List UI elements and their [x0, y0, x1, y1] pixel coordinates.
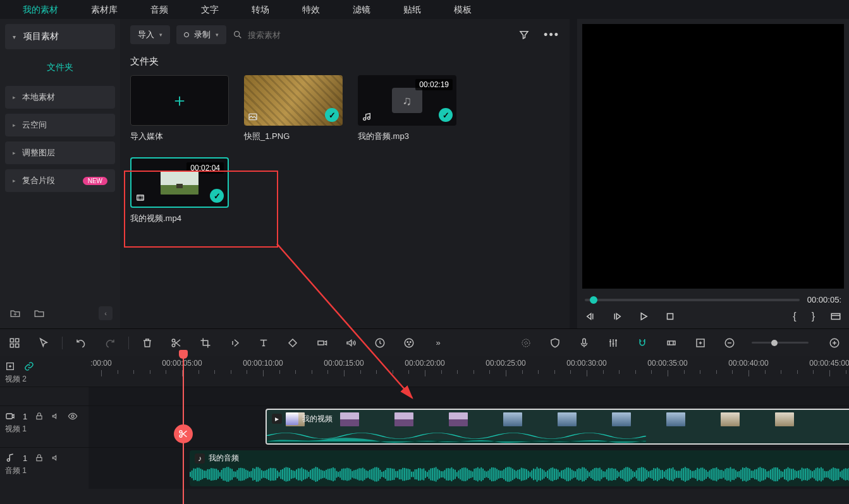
svg-rect-182 — [449, 469, 451, 481]
svg-rect-196 — [473, 469, 475, 480]
svg-rect-141 — [378, 468, 379, 481]
mark-in-icon[interactable]: { — [793, 311, 796, 322]
svg-rect-329 — [705, 470, 707, 479]
svg-rect-342 — [728, 468, 730, 480]
lock-icon[interactable] — [35, 453, 44, 462]
split-icon[interactable] — [174, 424, 193, 443]
svg-rect-388 — [809, 469, 810, 479]
speed-icon[interactable] — [228, 336, 241, 350]
undo-icon[interactable] — [74, 336, 88, 350]
zoom-out-icon[interactable] — [723, 336, 736, 350]
eye-icon[interactable] — [68, 411, 78, 421]
scissors-icon[interactable] — [169, 336, 183, 350]
tab-my-media[interactable]: 我的素材 — [6, 0, 75, 19]
mark-out-icon[interactable]: } — [812, 311, 815, 322]
svg-rect-252 — [571, 470, 573, 479]
check-icon: ✓ — [325, 108, 339, 122]
audio-icon[interactable] — [344, 336, 358, 350]
keyframe-icon[interactable] — [286, 336, 300, 350]
svg-rect-187 — [458, 471, 460, 479]
zoom-slider[interactable] — [752, 342, 809, 344]
sidebar-item-local[interactable]: ▸本地素材 — [5, 86, 115, 109]
text-icon[interactable] — [257, 336, 271, 350]
card-import[interactable]: ＋ 导入媒体 — [130, 75, 229, 142]
svg-rect-340 — [724, 469, 726, 480]
magnet-icon[interactable] — [635, 336, 649, 350]
tab-sticker[interactable]: 贴纸 — [387, 0, 437, 19]
svg-rect-47 — [214, 469, 216, 480]
card-audio[interactable]: 00:02:19 ♫ ✓ 我的音频.mp3 — [358, 75, 456, 142]
preview-viewport[interactable] — [582, 24, 844, 289]
mixer-icon[interactable] — [606, 336, 620, 350]
video-track-icon — [5, 411, 15, 421]
svg-rect-214 — [505, 468, 506, 481]
sidebar-folder[interactable]: 文件夹 — [5, 54, 115, 81]
audio-clip[interactable]: ♪我的音频 — [190, 450, 849, 486]
prev-frame-button[interactable] — [585, 311, 596, 322]
tab-stock[interactable]: 素材库 — [75, 0, 134, 19]
mic-icon[interactable] — [577, 336, 591, 350]
video-clip[interactable]: ▸我的视频 — [266, 409, 849, 445]
add-icon[interactable] — [5, 361, 15, 371]
crop-icon[interactable] — [199, 336, 212, 350]
tab-effects[interactable]: 特效 — [286, 0, 336, 19]
color-icon[interactable] — [402, 336, 416, 350]
filter-icon[interactable] — [518, 29, 530, 40]
svg-rect-32 — [37, 457, 42, 460]
card-image[interactable]: ✓ 快照_1.PNG — [244, 75, 343, 142]
svg-rect-107 — [319, 469, 320, 480]
svg-rect-301 — [657, 467, 658, 481]
delete-icon[interactable] — [140, 336, 154, 350]
import-button[interactable]: 导入▾ — [130, 25, 170, 44]
range-icon[interactable] — [664, 336, 678, 350]
layout-icon[interactable] — [8, 336, 21, 350]
stop-button[interactable] — [664, 311, 676, 322]
more-tools-icon[interactable]: » — [431, 336, 445, 350]
tab-transition[interactable]: 转场 — [235, 0, 286, 19]
time-ruler[interactable]: :00:00 00:00:05:00 00:00:10:00 00:00:15:… — [89, 356, 849, 387]
sidebar-header[interactable]: ▾ 项目素材 — [5, 24, 115, 49]
record-button[interactable]: 录制▾ — [176, 25, 226, 44]
display-settings-icon[interactable] — [830, 311, 841, 322]
folder-icon[interactable] — [32, 306, 47, 321]
clock-icon[interactable] — [373, 336, 387, 350]
search-input[interactable] — [248, 30, 324, 40]
shield-icon[interactable] — [548, 336, 562, 350]
tab-filter[interactable]: 滤镜 — [336, 0, 387, 19]
svg-rect-389 — [810, 470, 811, 478]
svg-rect-215 — [507, 467, 508, 481]
tab-text[interactable]: 文字 — [185, 0, 235, 19]
pointer-icon[interactable] — [37, 336, 51, 350]
sidebar-item-compound[interactable]: ▸复合片段NEW — [5, 169, 115, 192]
play-button[interactable] — [638, 311, 649, 322]
mute-icon[interactable] — [51, 453, 60, 462]
sidebar-item-cloud[interactable]: ▸云空间 — [5, 114, 115, 136]
marker-icon[interactable] — [519, 336, 533, 350]
svg-rect-170 — [429, 470, 430, 479]
svg-rect-164 — [418, 468, 419, 481]
sidebar-item-adjust[interactable]: ▸调整图层 — [5, 141, 115, 164]
next-frame-button[interactable] — [611, 311, 623, 322]
svg-rect-359 — [758, 467, 759, 481]
zoom-in-icon[interactable] — [828, 336, 841, 350]
link-icon[interactable] — [24, 361, 34, 371]
tab-template[interactable]: 模板 — [437, 0, 488, 19]
preview-slider[interactable]: 00:00:05: — [585, 295, 841, 304]
mute-icon[interactable] — [51, 412, 60, 421]
tab-audio[interactable]: 音频 — [134, 0, 185, 19]
collapse-sidebar-icon[interactable]: ‹ — [99, 306, 113, 320]
more-icon[interactable]: ••• — [544, 28, 559, 42]
add-track-icon[interactable] — [693, 336, 707, 350]
svg-rect-319 — [688, 469, 689, 481]
svg-rect-192 — [467, 469, 468, 481]
motion-icon[interactable] — [315, 336, 329, 350]
svg-rect-70 — [254, 469, 255, 480]
new-folder-icon[interactable] — [8, 306, 23, 321]
redo-icon[interactable] — [103, 336, 117, 350]
svg-point-29 — [71, 415, 74, 417]
svg-rect-97 — [301, 467, 302, 481]
card-video[interactable]: 00:02:04 ✓ 我的视频.mp4 — [130, 157, 229, 224]
svg-rect-375 — [786, 469, 787, 480]
lock-icon[interactable] — [35, 412, 44, 421]
playhead[interactable] — [183, 356, 184, 504]
